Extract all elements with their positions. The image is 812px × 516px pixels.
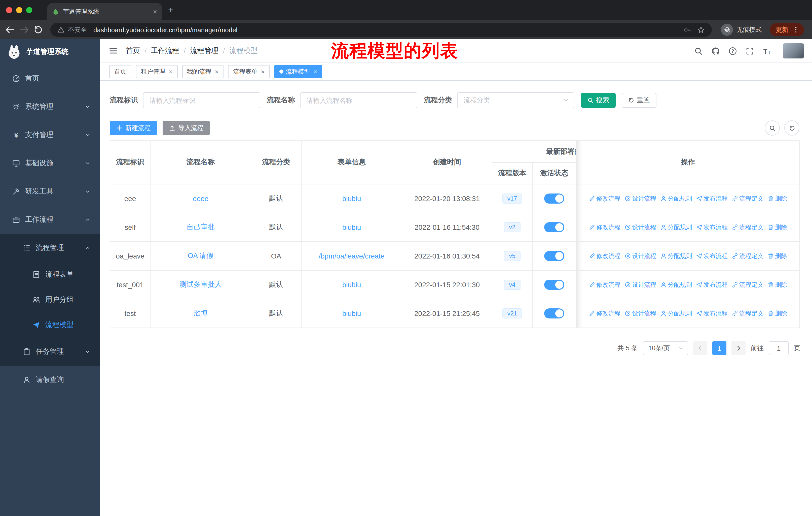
search-icon[interactable]: [694, 47, 703, 55]
action-design-link[interactable]: 设计流程: [625, 223, 656, 232]
active-toggle[interactable]: [544, 280, 564, 290]
sidebar-item-system[interactable]: 系统管理: [0, 93, 100, 121]
action-design-link[interactable]: 设计流程: [625, 280, 656, 289]
maximize-window-button[interactable]: [26, 7, 32, 13]
create-process-button[interactable]: 新建流程: [110, 121, 157, 135]
action-publish-link[interactable]: 发布流程: [696, 309, 728, 318]
incognito-profile-chip[interactable]: 无痕模式: [719, 24, 764, 36]
action-publish-link[interactable]: 发布流程: [696, 252, 728, 260]
minimize-window-button[interactable]: [16, 7, 22, 13]
browser-update-button[interactable]: 更新: [770, 23, 804, 36]
sidebar-item-process-model[interactable]: 流程模型: [0, 313, 100, 337]
process-name-link[interactable]: 测试多审批人: [179, 280, 222, 289]
close-icon[interactable]: ×: [215, 68, 219, 75]
action-publish-link[interactable]: 发布流程: [696, 280, 728, 289]
active-toggle[interactable]: [544, 222, 564, 232]
process-name-link[interactable]: eeee: [193, 194, 208, 202]
next-page-button[interactable]: [731, 341, 746, 355]
action-delete-link[interactable]: 删除: [767, 309, 787, 318]
action-design-link[interactable]: 设计流程: [625, 252, 656, 260]
sidebar-item-workflow[interactable]: 工作流程: [0, 206, 100, 234]
close-window-button[interactable]: [6, 7, 12, 13]
process-name-link[interactable]: 自己审批: [186, 223, 215, 232]
help-icon[interactable]: ?: [728, 47, 737, 55]
action-delete-link[interactable]: 删除: [767, 194, 787, 203]
address-bar[interactable]: 不安全 dashboard.yudao.iocoder.cn/bpm/manag…: [50, 23, 712, 37]
action-publish-link[interactable]: 发布流程: [696, 194, 728, 203]
bookmark-star-icon[interactable]: [697, 26, 705, 33]
process-name-input[interactable]: [300, 92, 417, 108]
tag-item[interactable]: 流程表单×: [228, 65, 269, 78]
import-process-button[interactable]: 导入流程: [163, 121, 210, 135]
category-select[interactable]: 流程分类: [457, 92, 574, 108]
close-icon[interactable]: ×: [261, 68, 265, 75]
security-badge[interactable]: 不安全: [68, 25, 87, 34]
action-design-link[interactable]: 设计流程: [625, 194, 656, 203]
tag-item[interactable]: 流程模型×: [274, 65, 322, 78]
sidebar-item-process-mgmt[interactable]: 流程管理: [0, 234, 100, 262]
process-id-input[interactable]: [143, 92, 260, 108]
forward-button[interactable]: [19, 25, 29, 35]
process-name-link[interactable]: 滔博: [194, 309, 208, 318]
fullscreen-icon[interactable]: [746, 47, 754, 55]
browser-tab[interactable]: 芋道管理系统 ×: [47, 3, 162, 20]
browser-menu-icon[interactable]: [792, 26, 800, 33]
tab-close-icon[interactable]: ×: [153, 7, 157, 16]
action-edit-link[interactable]: 修改流程: [589, 223, 620, 232]
form-link[interactable]: biubiu: [342, 309, 361, 318]
action-delete-link[interactable]: 删除: [767, 280, 787, 289]
active-toggle[interactable]: [544, 308, 564, 319]
form-link[interactable]: biubiu: [342, 194, 361, 202]
sidebar-item-infra[interactable]: 基础设施: [0, 149, 100, 178]
breadcrumb-item[interactable]: 首页: [126, 46, 140, 55]
sidebar-item-process-form[interactable]: 流程表单: [0, 262, 100, 287]
back-button[interactable]: [5, 25, 15, 35]
action-edit-link[interactable]: 修改流程: [589, 280, 620, 289]
action-assign-link[interactable]: 分配规则: [660, 280, 692, 289]
github-icon[interactable]: [711, 47, 720, 55]
action-assign-link[interactable]: 分配规则: [660, 252, 692, 260]
form-link[interactable]: biubiu: [342, 281, 361, 289]
sidebar-item-home[interactable]: 首页: [0, 64, 100, 93]
action-edit-link[interactable]: 修改流程: [589, 252, 620, 260]
action-definition-link[interactable]: 流程定义: [732, 194, 763, 203]
sidebar-item-devtools[interactable]: 研发工具: [0, 178, 100, 206]
page-size-select[interactable]: 10条/页: [643, 341, 688, 355]
process-name-link[interactable]: OA 请假: [188, 251, 214, 261]
action-delete-link[interactable]: 删除: [767, 252, 787, 260]
tag-item[interactable]: 租户管理×: [136, 65, 177, 78]
form-link[interactable]: biubiu: [342, 223, 361, 231]
key-icon[interactable]: [684, 26, 691, 33]
action-definition-link[interactable]: 流程定义: [732, 280, 763, 289]
close-icon[interactable]: ×: [314, 68, 317, 75]
sidebar-collapse-button[interactable]: [109, 46, 118, 55]
goto-page-input[interactable]: [769, 341, 789, 355]
reset-button[interactable]: 重置: [622, 93, 657, 108]
action-definition-link[interactable]: 流程定义: [732, 223, 763, 232]
form-link[interactable]: /bpm/oa/leave/create: [319, 252, 385, 260]
action-edit-link[interactable]: 修改流程: [589, 194, 620, 203]
action-assign-link[interactable]: 分配规则: [660, 194, 692, 203]
prev-page-button[interactable]: [693, 341, 707, 355]
action-assign-link[interactable]: 分配规则: [660, 309, 692, 318]
user-avatar[interactable]: [783, 43, 804, 58]
search-button[interactable]: 搜索: [581, 93, 616, 108]
reload-button[interactable]: [33, 25, 43, 35]
action-definition-link[interactable]: 流程定义: [732, 252, 763, 260]
new-tab-button[interactable]: +: [168, 5, 173, 15]
tag-item[interactable]: 我的流程×: [182, 65, 224, 78]
active-toggle[interactable]: [544, 193, 564, 203]
action-publish-link[interactable]: 发布流程: [696, 223, 728, 232]
page-1-button[interactable]: 1: [712, 341, 726, 355]
toggle-search-button[interactable]: [765, 120, 780, 136]
tag-item[interactable]: 首页: [109, 65, 132, 78]
close-icon[interactable]: ×: [169, 68, 172, 75]
sidebar-item-task-mgmt[interactable]: 任务管理: [0, 337, 100, 366]
breadcrumb-item[interactable]: 工作流程: [151, 46, 179, 55]
active-toggle[interactable]: [544, 251, 564, 261]
action-edit-link[interactable]: 修改流程: [589, 309, 620, 318]
sidebar-item-user-group[interactable]: 用户分组: [0, 287, 100, 313]
action-delete-link[interactable]: 删除: [767, 223, 787, 232]
sidebar-item-payment[interactable]: ¥支付管理: [0, 121, 100, 149]
action-design-link[interactable]: 设计流程: [625, 309, 656, 318]
